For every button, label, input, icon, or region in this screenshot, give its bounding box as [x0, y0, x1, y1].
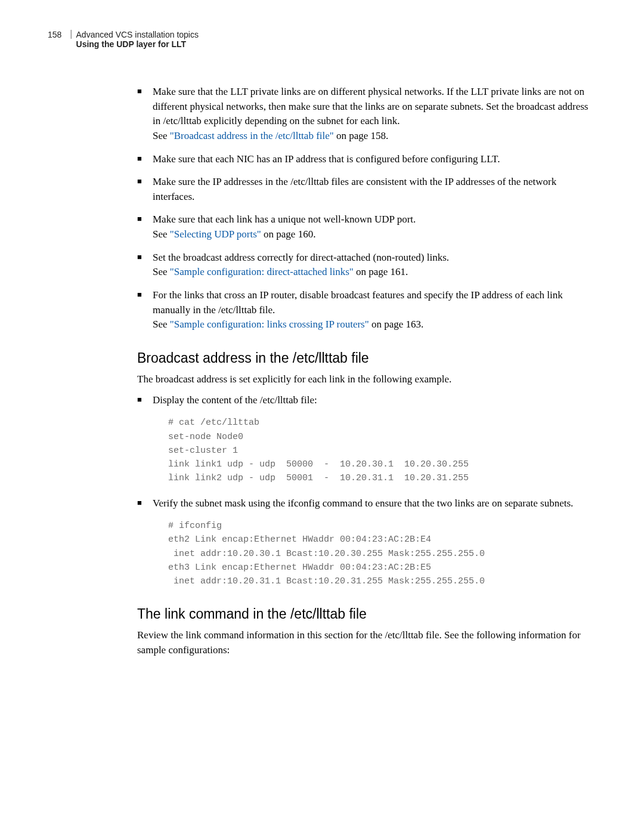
page-number: 158 — [48, 30, 61, 39]
see-prefix: See — [153, 319, 170, 330]
see-suffix: on page 161. — [354, 266, 408, 277]
header-subtitle: Using the UDP layer for LLT — [76, 39, 199, 49]
see-link[interactable]: "Sample configuration: links crossing IP… — [170, 319, 369, 330]
bullet-item: Display the content of the /etc/llttab f… — [137, 393, 596, 486]
page: 158 | Advanced VCS installation topics U… — [0, 0, 644, 700]
bullet-text: Display the content of the /etc/llttab f… — [153, 394, 317, 406]
see-link[interactable]: "Sample configuration: direct-attached l… — [170, 266, 354, 277]
see-link[interactable]: "Broadcast address in the /etc/llttab fi… — [170, 130, 334, 141]
header-title: Advanced VCS installation topics — [76, 30, 199, 39]
bullet-item: Make sure the IP addresses in the /etc/l… — [137, 175, 596, 204]
bullet-text: Verify the subnet mask using the ifconfi… — [153, 498, 573, 509]
see-prefix: See — [153, 266, 170, 277]
bullet-text: For the links that cross an IP router, d… — [153, 289, 563, 316]
content-area: Make sure that the LLT private links are… — [137, 85, 596, 658]
bullet-text: Make sure the IP addresses in the /etc/l… — [153, 176, 556, 202]
bullet-text: Make sure that each NIC has an IP addres… — [153, 153, 500, 165]
header-text-block: Advanced VCS installation topics Using t… — [76, 30, 199, 49]
bullet-text: Make sure that each link has a unique no… — [153, 214, 416, 225]
see-link[interactable]: "Selecting UDP ports" — [170, 228, 261, 240]
see-suffix: on page 160. — [261, 228, 316, 240]
see-prefix: See — [153, 228, 170, 240]
see-suffix: on page 163. — [369, 319, 424, 330]
see-prefix: See — [153, 130, 170, 141]
section-intro: Review the link command information in t… — [137, 628, 596, 657]
bullet-item: Make sure that each link has a unique no… — [137, 212, 596, 242]
code-block-ifconfig: # ifconfig eth2 Link encap:Ethernet HWad… — [168, 519, 596, 588]
section1-bullets: Display the content of the /etc/llttab f… — [137, 393, 596, 589]
section-intro: The broadcast address is set explicitly … — [137, 372, 596, 387]
code-block-cat: # cat /etc/llttab set-node Node0 set-clu… — [168, 416, 596, 485]
section-heading-broadcast: Broadcast address in the /etc/llttab fil… — [137, 350, 596, 366]
bullet-item: Verify the subnet mask using the ifconfi… — [137, 496, 596, 589]
header-divider: | — [70, 30, 72, 38]
see-suffix: on page 158. — [334, 130, 389, 141]
bullet-item: For the links that cross an IP router, d… — [137, 288, 596, 332]
section-heading-link-command: The link command in the /etc/llttab file — [137, 606, 596, 622]
bullet-item: Make sure that the LLT private links are… — [137, 85, 596, 144]
page-header: 158 | Advanced VCS installation topics U… — [48, 30, 596, 49]
bullet-item: Make sure that each NIC has an IP addres… — [137, 152, 596, 167]
bullet-text: Set the broadcast address correctly for … — [153, 252, 449, 263]
bullet-text: Make sure that the LLT private links are… — [153, 86, 588, 126]
bullet-item: Set the broadcast address correctly for … — [137, 251, 596, 280]
top-bullet-list: Make sure that the LLT private links are… — [137, 85, 596, 332]
